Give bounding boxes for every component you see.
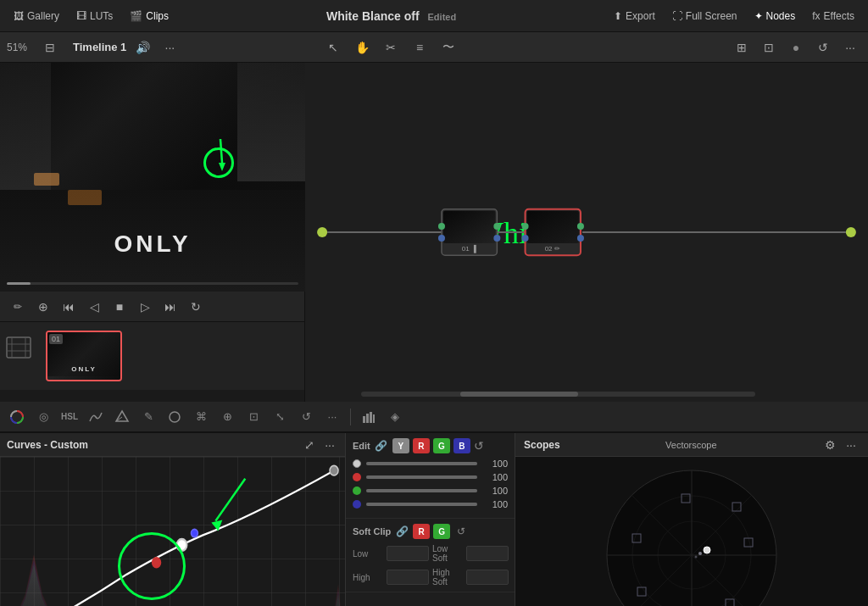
curves-btn[interactable] xyxy=(84,405,108,429)
timeline-clip-thumb[interactable]: 01 ONLY xyxy=(46,331,122,381)
low-input[interactable]: 50.0 xyxy=(387,546,429,561)
rings-btn[interactable]: ◎ xyxy=(31,405,55,429)
play-btn[interactable]: ▷ xyxy=(134,296,156,318)
edit-label: Edit xyxy=(353,441,370,451)
svg-rect-30 xyxy=(373,414,375,423)
slider-red-row: 100 xyxy=(353,472,508,482)
playback-controls: ✏ ⊕ ⏮ ◁ ■ ▷ ⏭ ↻ xyxy=(0,292,304,322)
channel-y-btn[interactable]: Y xyxy=(392,438,409,453)
slider-blue-track[interactable] xyxy=(366,503,477,506)
node-editor-scrollbar[interactable] xyxy=(361,392,755,397)
nav-effects[interactable]: fx Effects xyxy=(805,7,861,25)
options-btn[interactable]: ··· xyxy=(839,36,861,58)
hsl-btn[interactable]: HSL xyxy=(58,405,81,429)
loop-btn[interactable]: ↻ xyxy=(185,296,207,318)
svg-rect-17 xyxy=(527,211,579,243)
diamond-btn[interactable]: ◈ xyxy=(383,405,407,429)
edit-link-btn[interactable]: 🔗 xyxy=(374,438,389,453)
display-btn[interactable]: ⊞ xyxy=(731,36,753,58)
svg-point-19 xyxy=(522,223,529,230)
nav-nodes[interactable]: ✦ Nodes xyxy=(748,7,803,25)
back-btn[interactable]: ◁ xyxy=(83,296,105,318)
nav-luts[interactable]: 🎞 LUTs xyxy=(70,7,120,25)
softclip-link-btn[interactable]: 🔗 xyxy=(394,524,409,539)
softclip-section: Soft Clip 🔗 R G ↺ Low 50.0 Low Soft 0.0 … xyxy=(346,519,515,592)
nav-clips[interactable]: 🎬 Clips xyxy=(123,7,175,25)
timeline-icon-btn[interactable] xyxy=(5,331,39,381)
project-status: Edited xyxy=(428,12,457,22)
track-btn[interactable]: ≡ xyxy=(409,36,431,58)
toolbar-right-group: ⊞ ⊡ ● ↺ ··· xyxy=(731,36,861,58)
toolbar-center-group: ↖ ✋ ✂ ≡ 〜 xyxy=(312,36,731,58)
left-panel: ONLY xyxy=(0,63,305,402)
toolbar-left-group: 51% ⊟ Timeline 1 🔊 ··· xyxy=(7,36,312,58)
stop-btn[interactable]: ■ xyxy=(108,296,131,318)
nav-gallery[interactable]: 🖼 Gallery xyxy=(7,7,66,25)
record-btn[interactable]: ● xyxy=(785,36,807,58)
softclip-g-btn[interactable]: G xyxy=(433,524,450,539)
slider-green-track[interactable] xyxy=(366,489,477,492)
slider-red-track[interactable] xyxy=(366,475,477,479)
resize-btn[interactable]: ⤡ xyxy=(268,405,292,429)
channel-b-btn[interactable]: B xyxy=(453,438,470,453)
skip-back-btn[interactable]: ⏮ xyxy=(58,296,80,318)
eyedropper-btn[interactable]: ✏ xyxy=(7,296,29,318)
blur-btn[interactable]: ⌘ xyxy=(189,405,213,429)
low-soft-label: Low Soft xyxy=(432,544,463,563)
qualifier-btn[interactable] xyxy=(110,405,134,429)
edit-header-row: Edit 🔗 Y R G B ↺ xyxy=(353,438,508,453)
high-soft-label: High Soft xyxy=(432,568,463,587)
edit-section: Edit 🔗 Y R G B ↺ 100 xyxy=(346,433,515,519)
layers-btn[interactable]: ⊕ xyxy=(32,296,54,318)
window-btn[interactable] xyxy=(163,405,186,429)
scope-type-label: Vectorscope xyxy=(665,440,717,450)
video-progress-bar[interactable] xyxy=(7,282,298,285)
toolbar-more-btn[interactable]: ··· xyxy=(159,36,181,58)
scope-more-btn[interactable]: ··· xyxy=(843,436,860,453)
softclip-high-row: High 50.0 High Soft 0.0 xyxy=(353,568,508,587)
picker-btn[interactable]: ✎ xyxy=(136,405,160,429)
softclip-r-btn[interactable]: R xyxy=(413,524,430,539)
hand-tool-btn[interactable]: ✋ xyxy=(351,36,373,58)
select-tool-btn[interactable]: ↖ xyxy=(322,36,344,58)
svg-point-22 xyxy=(577,235,584,242)
curves-expand-btn[interactable]: ⤢ xyxy=(301,436,318,453)
high-label: High xyxy=(353,573,383,582)
svg-text:02 ✏: 02 ✏ xyxy=(545,245,560,253)
high-input[interactable]: 50.0 xyxy=(387,570,429,585)
mask-btn[interactable]: ⊡ xyxy=(242,405,265,429)
channel-g-btn[interactable]: G xyxy=(433,438,450,453)
channel-r-btn[interactable]: R xyxy=(413,438,430,453)
nav-left-group: 🖼 Gallery 🎞 LUTs 🎬 Clips xyxy=(7,7,175,25)
video-preview[interactable]: ONLY xyxy=(0,63,305,292)
reset-btn[interactable]: ↺ xyxy=(812,36,834,58)
timeline-strip: 01 ONLY xyxy=(0,322,304,390)
view-btn[interactable]: ⊡ xyxy=(758,36,780,58)
histogram-btn[interactable] xyxy=(357,405,381,429)
scope-settings-btn[interactable]: ⚙ xyxy=(822,436,839,453)
bottom-panels: Curves - Custom ⤢ ··· xyxy=(0,432,868,606)
cut-tool-btn[interactable]: ✂ xyxy=(380,36,402,58)
nav-export[interactable]: ⬆ Export xyxy=(607,7,662,25)
color-more-btn[interactable]: ··· xyxy=(320,405,344,429)
high-soft-input[interactable]: 0.0 xyxy=(466,570,509,585)
curves-area[interactable] xyxy=(0,457,345,606)
undo-btn[interactable]: ↺ xyxy=(294,405,318,429)
audio-icon[interactable]: 🔊 xyxy=(131,36,153,58)
curves-more-btn[interactable]: ··· xyxy=(321,436,338,453)
edit-reset-btn[interactable]: ↺ xyxy=(474,439,484,453)
tracking-btn[interactable]: ⊕ xyxy=(215,405,239,429)
skip-forward-btn[interactable]: ⏭ xyxy=(159,296,181,318)
svg-point-8 xyxy=(846,227,856,237)
softclip-reset-btn[interactable]: ↺ xyxy=(453,524,469,539)
color-wheel-btn[interactable] xyxy=(5,405,29,429)
nav-fullscreen[interactable]: ⛶ Full Screen xyxy=(665,7,744,25)
low-soft-input[interactable]: 0.0 xyxy=(466,546,509,561)
svg-point-7 xyxy=(317,227,327,237)
node-editor[interactable]: White xyxy=(305,63,868,402)
view-mode-btn[interactable]: ⊟ xyxy=(39,36,61,58)
slider-blue-row: 100 xyxy=(353,499,508,509)
node-wires: 01 ▐ 02 ✏ xyxy=(305,63,868,402)
slider-white-track[interactable] xyxy=(366,462,477,465)
audio-mix-btn[interactable]: 〜 xyxy=(437,36,459,58)
